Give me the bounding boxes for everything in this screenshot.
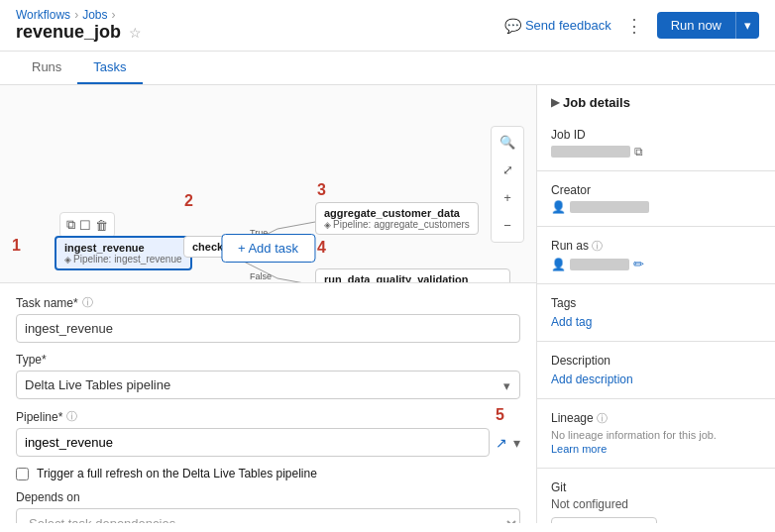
add-git-settings-button[interactable]: Add Git settings — [551, 517, 657, 523]
node-title-run-data-quality: run_data_quality_validation — [324, 273, 501, 283]
job-id-label: Job ID — [551, 128, 761, 142]
pipeline-row: Pipeline* ⓘ ↗ ▾ — [16, 409, 520, 457]
job-id-copy-button[interactable]: ⧉ — [634, 145, 643, 159]
task-node-ingest-revenue[interactable]: ingest_revenue ◈ Pipeline: ingest_revenu… — [55, 236, 192, 270]
job-id-section: Job ID ⧉ — [537, 116, 775, 171]
svg-text:False: False — [250, 271, 272, 281]
run-as-label: Run as ⓘ — [551, 239, 761, 254]
tabs: Runs Tasks — [0, 52, 775, 85]
run-as-info-icon[interactable]: ⓘ — [592, 240, 603, 252]
send-feedback-button[interactable]: 💬 Send feedback — [504, 18, 611, 34]
canvas-toolbar: 🔍 ⤢ + − — [491, 126, 524, 243]
step-label-3: 3 — [317, 181, 326, 199]
run-now-button-group: Run now ▾ — [657, 12, 759, 39]
main-content: True False 1 ⧉ ☐ 🗑 ingest_revenue ◈ — [0, 85, 775, 523]
add-task-button[interactable]: + Add task — [221, 234, 315, 263]
app-container: Workflows › Jobs › revenue_job ☆ 💬 Send … — [0, 0, 775, 523]
task-node-run-data-quality[interactable]: run_data_quality_validation 📄 databricks… — [315, 268, 510, 283]
step-label-1: 1 — [12, 237, 21, 255]
creator-label: Creator — [551, 183, 761, 197]
svg-line-2 — [277, 222, 315, 229]
run-as-value: 👤 ✏ — [551, 257, 761, 271]
pipeline-input-row: ↗ ▾ — [16, 428, 520, 457]
run-as-edit-button[interactable]: ✏ — [633, 257, 644, 271]
lineage-info-text: No lineage information for this job. — [551, 429, 761, 441]
creator-blurred — [570, 201, 649, 213]
run-as-section: Run as ⓘ 👤 ✏ — [537, 227, 775, 284]
pipeline-label: Pipeline* ⓘ — [16, 409, 520, 424]
tab-runs[interactable]: Runs — [16, 52, 77, 84]
creator-value: 👤 — [551, 200, 761, 214]
canvas-search-button[interactable]: 🔍 — [496, 131, 519, 155]
job-details-label: Job details — [563, 95, 630, 110]
task-name-info-icon[interactable]: ⓘ — [82, 295, 93, 310]
breadcrumb-sep2: › — [111, 8, 115, 22]
step-label-2: 2 — [184, 192, 193, 210]
breadcrumb-workflows[interactable]: Workflows — [16, 8, 70, 22]
canvas[interactable]: True False 1 ⧉ ☐ 🗑 ingest_revenue ◈ — [0, 85, 536, 283]
add-tag-link[interactable]: Add tag — [551, 315, 592, 329]
page-title: revenue_job — [16, 22, 121, 43]
depends-on-row: Depends on Select task dependencies... — [16, 490, 520, 523]
pipeline-info-icon[interactable]: ⓘ — [66, 409, 77, 424]
lineage-section: Lineage ⓘ No lineage information for thi… — [537, 399, 775, 469]
breadcrumb-jobs[interactable]: Jobs — [82, 8, 107, 22]
node-edit-button[interactable]: ☐ — [79, 217, 91, 233]
node-title-aggregate: aggregate_customer_data — [324, 207, 470, 219]
step-label-4: 4 — [317, 239, 326, 257]
type-select[interactable]: Delta Live Tables pipeline — [16, 371, 520, 399]
creator-section: Creator 👤 — [537, 171, 775, 227]
feedback-label: Send feedback — [525, 18, 611, 33]
node-sub-aggregate: ◈ Pipeline: aggregate_customers — [324, 219, 470, 230]
left-panel: True False 1 ⧉ ☐ 🗑 ingest_revenue ◈ — [0, 85, 537, 523]
depends-on-select[interactable]: Select task dependencies... — [16, 508, 520, 523]
task-name-input[interactable] — [16, 314, 520, 343]
breadcrumb-sep1: › — [74, 8, 78, 22]
pipeline-icon-2: ◈ — [324, 220, 331, 230]
star-icon[interactable]: ☆ — [129, 25, 142, 41]
job-details-toggle[interactable]: ▶ Job details — [537, 85, 775, 116]
tags-section: Tags Add tag — [537, 284, 775, 342]
lineage-label: Lineage ⓘ — [551, 411, 761, 426]
type-select-wrapper: Delta Live Tables pipeline ▾ — [16, 371, 520, 399]
lineage-learn-more-link[interactable]: Learn more — [551, 443, 607, 455]
canvas-fullscreen-button[interactable]: ⤢ — [496, 159, 519, 182]
creator-avatar-icon: 👤 — [551, 200, 566, 214]
job-id-value: ⧉ — [551, 145, 761, 159]
tab-tasks[interactable]: Tasks — [77, 52, 142, 84]
node-title-ingest-revenue: ingest_revenue — [64, 242, 182, 254]
git-value: Not configured — [551, 497, 761, 511]
canvas-zoom-in-button[interactable]: + — [496, 186, 519, 210]
git-section: Git Not configured Add Git settings — [537, 469, 775, 523]
node-toolbar: ⧉ ☐ 🗑 — [59, 212, 115, 238]
trigger-refresh-row: Trigger a full refresh on the Delta Live… — [16, 467, 520, 480]
type-row: Type* Delta Live Tables pipeline ▾ — [16, 353, 520, 399]
depends-on-label: Depends on — [16, 490, 520, 504]
run-now-dropdown-arrow[interactable]: ▾ — [736, 12, 759, 39]
chat-icon: 💬 — [504, 18, 521, 34]
task-node-aggregate[interactable]: aggregate_customer_data ◈ Pipeline: aggr… — [315, 202, 479, 235]
node-delete-button[interactable]: 🗑 — [95, 217, 108, 233]
node-sub-ingest-revenue: ◈ Pipeline: ingest_revenue — [64, 254, 182, 265]
svg-line-4 — [277, 278, 315, 282]
more-options-button[interactable]: ⋮ — [619, 13, 649, 39]
lineage-info-icon[interactable]: ⓘ — [597, 412, 608, 424]
description-label: Description — [551, 354, 761, 368]
type-label: Type* — [16, 353, 520, 367]
header: Workflows › Jobs › revenue_job ☆ 💬 Send … — [0, 0, 775, 52]
add-description-link[interactable]: Add description — [551, 372, 633, 386]
node-copy-button[interactable]: ⧉ — [66, 217, 75, 233]
description-section: Description Add description — [537, 342, 775, 399]
trigger-refresh-checkbox[interactable] — [16, 468, 29, 480]
run-as-avatar-icon: 👤 — [551, 258, 566, 271]
title-row: revenue_job ☆ — [16, 22, 142, 43]
run-now-button[interactable]: Run now — [657, 12, 736, 39]
run-as-blurred — [570, 259, 629, 270]
task-name-label: Task name* ⓘ — [16, 295, 520, 310]
git-label: Git — [551, 480, 761, 494]
pipeline-external-link-button[interactable]: ↗ — [496, 435, 507, 451]
pipeline-input[interactable] — [16, 428, 490, 457]
form-area: Task name* ⓘ Type* Delta Live Tables pip… — [0, 283, 536, 523]
canvas-zoom-out-button[interactable]: − — [496, 214, 519, 238]
pipeline-dropdown-button[interactable]: ▾ — [513, 435, 520, 451]
